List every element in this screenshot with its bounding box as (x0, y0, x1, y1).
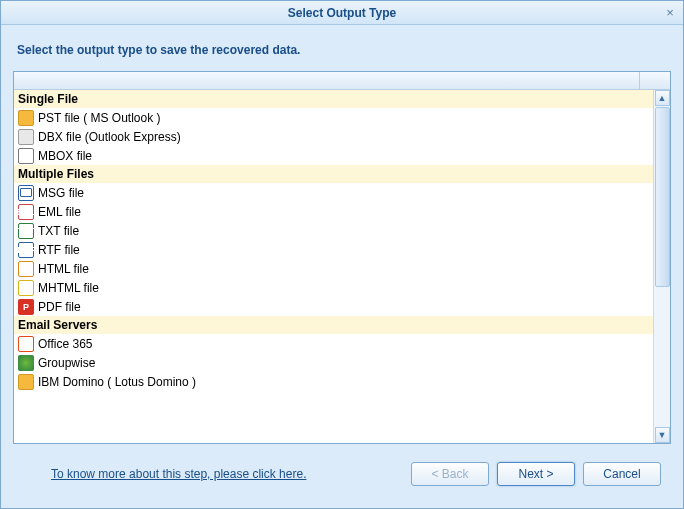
list-item-label: MSG file (38, 186, 84, 200)
list-item[interactable]: MSG file (14, 183, 653, 202)
gw-icon (18, 355, 34, 371)
list-item[interactable]: PPDF file (14, 297, 653, 316)
list-item[interactable]: DBX file (Outlook Express) (14, 127, 653, 146)
chevron-up-icon: ▲ (658, 93, 667, 103)
list-item-label: Groupwise (38, 356, 95, 370)
list-item[interactable]: IBM Domino ( Lotus Domino ) (14, 372, 653, 391)
list-item-label: PDF file (38, 300, 81, 314)
scroll-up-button[interactable]: ▲ (655, 90, 670, 106)
dom-icon (18, 374, 34, 390)
dialog-window: Select Output Type × Select the output t… (0, 0, 684, 509)
mbox-icon (18, 148, 34, 164)
eml-icon: EML (18, 204, 34, 220)
scrollbar-thumb[interactable] (655, 107, 670, 287)
list-item[interactable]: OOffice 365 (14, 334, 653, 353)
back-button: < Back (411, 462, 489, 486)
list-item-label: EML file (38, 205, 81, 219)
group-header: Email Servers (14, 316, 653, 334)
list-item-label: HTML file (38, 262, 89, 276)
list-body: Single FilePST file ( MS Outlook )DBX fi… (14, 90, 670, 443)
group-header: Single File (14, 90, 653, 108)
scroll-down-button[interactable]: ▼ (655, 427, 670, 443)
mhtml-icon: M (18, 280, 34, 296)
close-button[interactable]: × (661, 4, 679, 20)
titlebar: Select Output Type × (1, 1, 683, 25)
help-link[interactable]: To know more about this step, please cli… (51, 467, 306, 481)
scrollbar-track[interactable] (655, 106, 670, 427)
msg-icon (18, 185, 34, 201)
list-item-label: IBM Domino ( Lotus Domino ) (38, 375, 196, 389)
dbx-icon (18, 129, 34, 145)
txt-icon: TXT (18, 223, 34, 239)
cancel-button[interactable]: Cancel (583, 462, 661, 486)
output-type-list: Single FilePST file ( MS Outlook )DBX fi… (13, 71, 671, 444)
list-item-label: RTF file (38, 243, 80, 257)
list-items-container: Single FilePST file ( MS Outlook )DBX fi… (14, 90, 653, 443)
footer: To know more about this step, please cli… (13, 444, 671, 496)
window-title: Select Output Type (288, 6, 396, 20)
column-separator (639, 72, 640, 89)
list-item-label: TXT file (38, 224, 79, 238)
list-item-label: MHTML file (38, 281, 99, 295)
pdf-icon: P (18, 299, 34, 315)
list-item[interactable]: EMLEML file (14, 202, 653, 221)
html-icon: e (18, 261, 34, 277)
list-item[interactable]: RTFRTF file (14, 240, 653, 259)
list-item[interactable]: MBOX file (14, 146, 653, 165)
list-item[interactable]: eHTML file (14, 259, 653, 278)
list-item[interactable]: MMHTML file (14, 278, 653, 297)
list-item-label: Office 365 (38, 337, 92, 351)
rtf-icon: RTF (18, 242, 34, 258)
list-item-label: MBOX file (38, 149, 92, 163)
list-item[interactable]: TXTTXT file (14, 221, 653, 240)
list-item-label: DBX file (Outlook Express) (38, 130, 181, 144)
o365-icon: O (18, 336, 34, 352)
chevron-down-icon: ▼ (658, 430, 667, 440)
next-button[interactable]: Next > (497, 462, 575, 486)
list-column-header[interactable] (14, 72, 670, 90)
instruction-text: Select the output type to save the recov… (13, 37, 671, 71)
close-icon: × (666, 5, 674, 20)
list-item[interactable]: PST file ( MS Outlook ) (14, 108, 653, 127)
list-item-label: PST file ( MS Outlook ) (38, 111, 160, 125)
content-area: Select the output type to save the recov… (1, 25, 683, 508)
scrollbar[interactable]: ▲ ▼ (653, 90, 670, 443)
list-item[interactable]: Groupwise (14, 353, 653, 372)
pst-icon (18, 110, 34, 126)
group-header: Multiple Files (14, 165, 653, 183)
